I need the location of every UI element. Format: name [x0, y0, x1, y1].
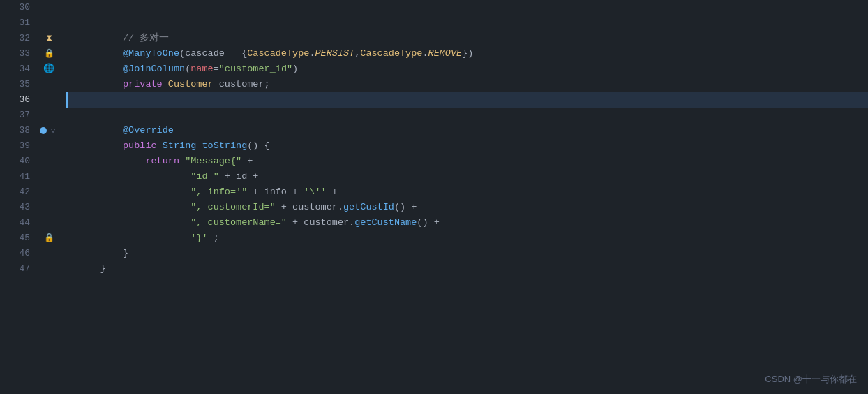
breakpoint-icon	[40, 127, 47, 134]
gutter-47	[38, 261, 59, 277]
code-line-31: // 多对一	[66, 15, 868, 31]
gutter-35	[38, 77, 59, 92]
punct-32a: (cascade = {	[179, 48, 247, 59]
gutter-33: 🔒	[38, 46, 59, 61]
indent-43	[100, 217, 191, 228]
customer-type: Customer	[168, 79, 219, 89]
line-num-46: 46	[0, 246, 30, 261]
punct-43b: .	[349, 217, 354, 228]
code-line-38: public String toString() {	[66, 123, 868, 138]
var-customer-43: customer	[304, 217, 349, 228]
line-num-36: 36	[0, 92, 30, 108]
code-area: // 多对一 @ManyToOne(cascade = {CascadeType…	[59, 0, 868, 394]
line-num-43: 43	[0, 200, 30, 215]
punct-38: () {	[247, 140, 269, 151]
gutter-46	[38, 246, 59, 261]
gutter-39	[38, 138, 59, 154]
close-method: }	[100, 248, 129, 258]
code-line-37: @Override	[66, 108, 868, 123]
indent-41	[100, 187, 191, 197]
punct-42c: () +	[394, 202, 417, 212]
line-num-42: 42	[0, 184, 30, 200]
punct-40a: +	[219, 171, 236, 182]
punct-41a: +	[247, 187, 264, 197]
punct-43c: () +	[417, 217, 439, 228]
kw-return: return	[100, 156, 186, 166]
line-num-39: 39	[0, 138, 30, 154]
string-quote: '\''	[304, 187, 326, 197]
line-num-38: 38	[0, 123, 30, 138]
punct-40b: +	[247, 171, 258, 182]
line-num-33: 33	[0, 46, 30, 61]
code-line-30	[66, 0, 868, 15]
line-num-34: 34	[0, 61, 30, 77]
gutter-36	[38, 92, 59, 108]
var-customer: customer;	[219, 79, 270, 89]
string-custname: ", customerName="	[190, 217, 287, 228]
gutter-40	[38, 154, 59, 169]
var-customer-42: customer	[292, 202, 338, 212]
indent-44	[100, 233, 191, 243]
code-line-36	[66, 92, 868, 108]
punct-44: ;	[214, 233, 219, 243]
gutter-31	[38, 15, 59, 31]
string-custid: ", customerId="	[190, 202, 276, 212]
comment-31: // 多对一	[100, 33, 170, 43]
punct-43a: +	[287, 217, 304, 228]
annotation-32: @ManyToOne	[100, 48, 179, 59]
punct-32d: .	[422, 48, 428, 59]
hourglass-icon: ⧗	[44, 34, 54, 43]
gutter-41	[38, 169, 59, 184]
annotation-33: @JoinColumn	[100, 64, 186, 74]
indent-42	[100, 202, 191, 212]
gutter-44	[38, 215, 59, 231]
gutter-43	[38, 200, 59, 215]
gutter-38: ▽	[38, 123, 59, 138]
string-info: ", info='"	[190, 187, 247, 197]
line-num-32: 32	[0, 31, 30, 46]
punct-33b: =	[214, 64, 219, 74]
indent-40	[100, 171, 191, 182]
code-line-32: @ManyToOne(cascade = {CascadeType.PERSIS…	[66, 31, 868, 46]
line-num-37: 37	[0, 108, 30, 123]
gutter-45: 🔒	[38, 231, 59, 246]
punct-42b: .	[338, 202, 343, 212]
gutter-32: ⧗	[38, 31, 59, 46]
remove: REMOVE	[428, 48, 463, 59]
param-name-33: name	[190, 64, 213, 74]
line-num-45: 45	[0, 231, 30, 246]
gutter-34: 🌐	[38, 61, 59, 77]
punct-32e: })	[462, 48, 473, 59]
line-num-44: 44	[0, 215, 30, 231]
lock-icon: 🔒	[44, 49, 54, 59]
punct-41c: +	[327, 187, 338, 197]
fold-icon-38[interactable]: ▽	[48, 126, 58, 136]
code-line-47	[66, 261, 868, 277]
punct-39: +	[241, 156, 253, 166]
gutter-30	[38, 0, 59, 15]
string-id: "id="	[190, 171, 219, 182]
watermark: CSDN @十一与你都在	[765, 373, 857, 386]
var-info: info	[264, 187, 287, 197]
code-line-46: }	[66, 246, 868, 261]
method-getcustname: getCustName	[354, 217, 417, 228]
type-cascade1: CascadeType	[247, 48, 309, 59]
line-num-40: 40	[0, 154, 30, 169]
gutter-37	[38, 108, 59, 123]
line-num-30: 30	[0, 0, 30, 15]
var-id: id	[236, 171, 247, 182]
globe-icon: 🌐	[44, 64, 54, 74]
lock-icon-45: 🔒	[44, 233, 54, 243]
gutter-42	[38, 184, 59, 200]
editor: 30 31 32 33 34 35 36 37 38 39 40 41 42 4…	[0, 0, 868, 394]
type-cascade2: CascadeType	[360, 48, 422, 59]
line-num-35: 35	[0, 77, 30, 92]
punct-41b: +	[287, 187, 304, 197]
method-tostring: toString	[202, 140, 247, 151]
method-getcustid: getCustId	[343, 202, 394, 212]
kw-private: private	[100, 79, 168, 89]
persist: PERSIST	[315, 48, 354, 59]
line-num-41: 41	[0, 169, 30, 184]
annotation-override: @Override	[100, 125, 174, 136]
string-33: "customer_id"	[219, 64, 292, 74]
